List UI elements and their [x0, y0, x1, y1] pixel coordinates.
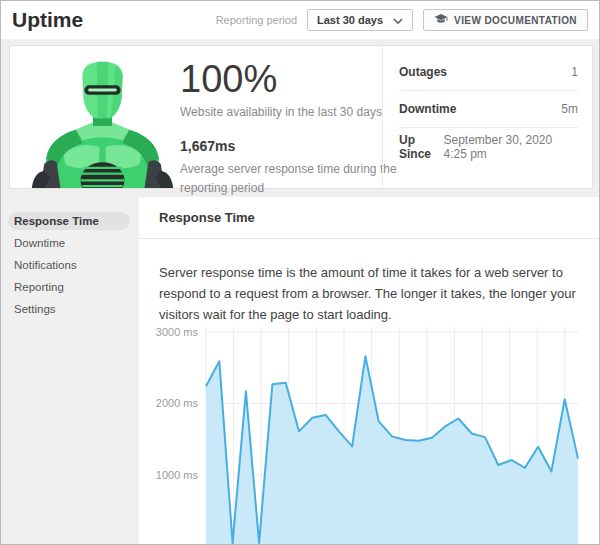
outages-row: Outages 1	[399, 54, 578, 91]
sidebar-item-settings[interactable]: Settings	[8, 300, 130, 318]
avg-response-time-caption: Average server response time during the …	[180, 160, 405, 197]
section-title: Response Time	[139, 197, 599, 239]
downtime-label: Downtime	[399, 102, 456, 116]
top-bar-controls: Reporting period Last 30 days VIEW DOCUM…	[216, 9, 588, 31]
page-title: Uptime	[12, 8, 83, 32]
robot-illustration	[30, 59, 175, 188]
uptime-stat-list: Outages 1 Downtime 5m Up Since September…	[382, 46, 578, 188]
up-since-label: Up Since	[399, 133, 443, 161]
outages-label: Outages	[399, 65, 447, 79]
settings-sidebar: Response Time Downtime Notifications Rep…	[1, 197, 139, 544]
up-since-row: Up Since September 30, 2020 4:25 pm	[399, 128, 578, 165]
downtime-row: Downtime 5m	[399, 91, 578, 128]
app-window: Uptime Reporting period Last 30 days VIE…	[0, 0, 600, 545]
reporting-period-label: Reporting period	[216, 14, 297, 26]
reporting-period-dropdown[interactable]: Last 30 days	[307, 9, 413, 31]
y-axis-tick-label: 3000 ms	[156, 326, 199, 338]
y-axis-tick-label: 1000 ms	[156, 469, 199, 481]
avg-response-time-value: 1,667ms	[180, 138, 380, 154]
response-time-chart[interactable]: 3000 ms2000 ms1000 ms	[139, 319, 599, 545]
sidebar-item-reporting[interactable]: Reporting	[8, 278, 130, 296]
view-documentation-label: VIEW DOCUMENTATION	[454, 15, 577, 26]
sidebar-item-response-time[interactable]: Response Time	[8, 212, 130, 230]
y-axis-tick-label: 2000 ms	[156, 397, 199, 409]
sidebar-item-downtime[interactable]: Downtime	[8, 234, 130, 252]
availability-stats: 100% Website availability in the last 30…	[180, 60, 380, 197]
outages-value: 1	[571, 65, 578, 79]
sidebar-item-notifications[interactable]: Notifications	[8, 256, 130, 274]
view-documentation-button[interactable]: VIEW DOCUMENTATION	[423, 9, 588, 31]
availability-percent: 100%	[180, 60, 380, 98]
up-since-value: September 30, 2020 4:25 pm	[443, 133, 578, 161]
downtime-value: 5m	[561, 102, 578, 116]
top-bar: Uptime Reporting period Last 30 days VIE…	[1, 1, 599, 39]
response-time-panel: Response Time Server response time is th…	[139, 197, 599, 544]
chevron-down-icon	[393, 11, 403, 29]
reporting-period-value: Last 30 days	[317, 14, 383, 26]
availability-caption: Website availability in the last 30 days	[180, 105, 380, 119]
section-description: Server response time is the amount of ti…	[159, 263, 577, 325]
uptime-summary-card: 100% Website availability in the last 30…	[9, 45, 593, 189]
documentation-cap-icon	[434, 11, 448, 29]
